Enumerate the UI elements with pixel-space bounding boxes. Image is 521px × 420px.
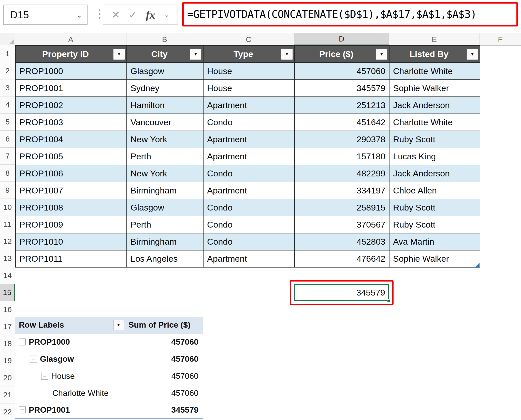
cell[interactable]: Condo [203, 114, 295, 131]
insert-function-icon[interactable]: fx [146, 8, 155, 21]
cell[interactable]: Sophie Walker [389, 80, 480, 97]
cell[interactable]: 451642 [295, 114, 389, 131]
cell[interactable]: Condo [203, 165, 295, 182]
cell[interactable]: PROP1002 [16, 97, 127, 114]
pivot-value-cell[interactable]: 457060 [126, 368, 203, 385]
row-header-17[interactable]: 17 [0, 318, 15, 335]
cell[interactable]: Apartment [203, 182, 295, 199]
collapse-button[interactable]: − [19, 407, 26, 413]
select-all-corner[interactable] [0, 33, 15, 46]
filter-button[interactable]: ▼ [281, 49, 293, 60]
cell[interactable]: 452803 [295, 233, 389, 250]
pivot-label-cell[interactable]: −House [15, 368, 126, 385]
cell[interactable]: 457060 [295, 63, 389, 80]
cell[interactable]: PROP1010 [16, 233, 127, 250]
row-header-22[interactable]: 22 [0, 403, 15, 420]
cell[interactable]: Apartment [203, 148, 295, 165]
cancel-icon[interactable]: ✕ [111, 9, 120, 21]
row-header-8[interactable]: 8 [0, 165, 15, 182]
filter-button[interactable]: ▼ [467, 49, 478, 60]
row-header-6[interactable]: 6 [0, 131, 15, 148]
pivot-row-labels-header[interactable]: Row Labels▼ [15, 317, 126, 333]
row-header-3[interactable]: 3 [0, 79, 15, 96]
row-header-5[interactable]: 5 [0, 114, 15, 131]
cell[interactable]: PROP1008 [16, 199, 127, 216]
pivot-filter-button[interactable]: ▼ [113, 320, 124, 330]
cell[interactable]: Perth [127, 148, 203, 165]
cell[interactable]: PROP1011 [16, 250, 127, 267]
cell[interactable]: Ruby Scott [389, 199, 480, 216]
cell[interactable]: 290378 [295, 131, 389, 148]
row-header-2[interactable]: 2 [0, 62, 15, 79]
cell[interactable]: PROP1009 [16, 216, 127, 233]
cell[interactable]: Sophie Walker [389, 250, 480, 267]
cell[interactable]: 258915 [295, 199, 389, 216]
pivot-value-header[interactable]: Sum of Price ($) [126, 317, 203, 333]
cell[interactable]: 482299 [295, 165, 389, 182]
cell[interactable]: Ruby Scott [389, 216, 480, 233]
cell[interactable]: Sydney [127, 80, 203, 97]
row-header-16[interactable]: 16 [0, 301, 15, 318]
cell[interactable]: House [203, 80, 295, 97]
selected-cell-d15[interactable]: 345579 [294, 284, 389, 301]
pivot-value-cell[interactable]: 457060 [126, 385, 203, 402]
cell[interactable]: Condo [203, 216, 295, 233]
column-header-b[interactable]: B [126, 33, 203, 46]
cell[interactable]: New York [127, 131, 203, 148]
cell[interactable]: Birmingham [127, 233, 203, 250]
column-header-d[interactable]: D [294, 33, 389, 46]
table-resize-handle[interactable] [475, 263, 480, 267]
filter-button[interactable]: ▼ [113, 49, 125, 60]
row-header-15[interactable]: 15 [0, 284, 15, 301]
cell[interactable]: PROP1005 [16, 148, 127, 165]
cell[interactable]: Hamilton [127, 97, 203, 114]
cell[interactable]: Glasgow [127, 199, 203, 216]
cell[interactable]: Jack Anderson [389, 97, 480, 114]
collapse-button[interactable]: − [30, 356, 37, 362]
cell[interactable]: Glasgow [127, 63, 203, 80]
cell[interactable]: PROP1001 [16, 80, 127, 97]
pivot-value-cell[interactable]: 457060 [126, 351, 203, 368]
cell[interactable]: Chloe Allen [389, 182, 480, 199]
column-header-c[interactable]: C [203, 33, 294, 46]
cell[interactable]: PROP1004 [16, 131, 127, 148]
pivot-value-cell[interactable]: 457060 [126, 333, 203, 351]
cell[interactable]: Condo [203, 199, 295, 216]
column-header-e[interactable]: E [389, 33, 480, 46]
filter-button[interactable]: ▼ [190, 49, 201, 60]
row-header-14[interactable]: 14 [0, 267, 15, 284]
table-header-price[interactable]: Price ($)▼ [295, 46, 389, 63]
cell[interactable]: 476642 [295, 250, 389, 267]
row-header-12[interactable]: 12 [0, 233, 15, 250]
pivot-label-cell[interactable]: −Glasgow [15, 351, 126, 368]
cell[interactable]: Apartment [203, 250, 295, 267]
cell[interactable]: PROP1006 [16, 165, 127, 182]
cell[interactable]: Jack Anderson [389, 165, 480, 182]
cell[interactable]: Ava Martin [389, 233, 480, 250]
cell[interactable]: 370567 [295, 216, 389, 233]
cell[interactable]: Condo [203, 233, 295, 250]
cell[interactable]: PROP1000 [16, 63, 127, 80]
pivot-value-cell[interactable]: 345579 [126, 402, 203, 418]
cell[interactable]: House [203, 63, 295, 80]
cell[interactable]: Charlotte White [389, 114, 480, 131]
pivot-label-cell[interactable]: Charlotte White [15, 385, 126, 402]
pivot-label-cell[interactable]: −PROP1000 [15, 333, 126, 351]
cell[interactable]: PROP1003 [16, 114, 127, 131]
fill-handle[interactable] [387, 299, 391, 303]
collapse-button[interactable]: − [19, 339, 26, 345]
table-header-type[interactable]: Type▼ [203, 46, 295, 63]
cell[interactable]: PROP1007 [16, 182, 127, 199]
table-header-property-id[interactable]: Property ID▼ [16, 46, 127, 63]
name-box-chevron-icon[interactable]: ⌄ [76, 10, 82, 19]
cell[interactable]: Apartment [203, 131, 295, 148]
table-header-city[interactable]: City▼ [127, 46, 203, 63]
cell[interactable]: Perth [127, 216, 203, 233]
table-header-listed-by[interactable]: Listed By▼ [389, 46, 480, 63]
cell[interactable]: Los Angeles [127, 250, 203, 267]
cell[interactable]: New York [127, 165, 203, 182]
cell[interactable]: Birmingham [127, 182, 203, 199]
row-header-13[interactable]: 13 [0, 250, 15, 267]
row-header-10[interactable]: 10 [0, 199, 15, 216]
filter-button[interactable]: ▼ [376, 49, 387, 60]
